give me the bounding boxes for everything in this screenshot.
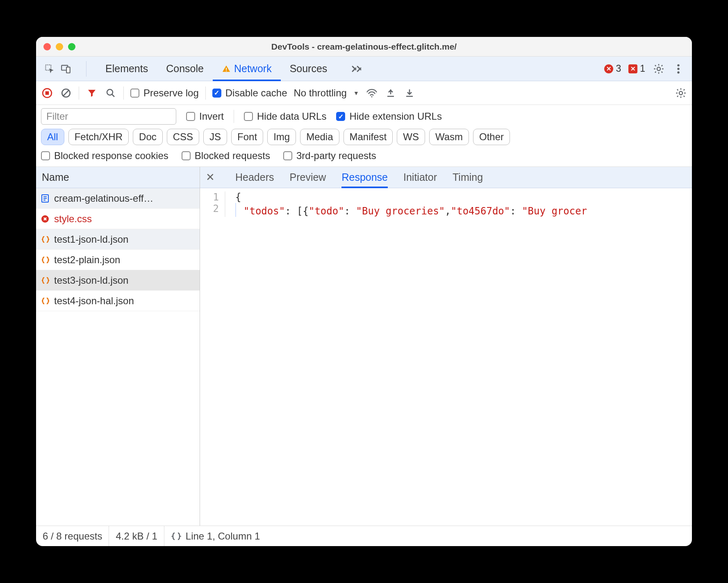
clear-button[interactable] <box>60 87 72 99</box>
detail-tab-preview[interactable]: Preview <box>290 167 326 188</box>
filter-icon[interactable] <box>86 87 98 99</box>
third-party-toggle[interactable]: 3rd-party requests <box>283 150 376 162</box>
type-filter-other[interactable]: Other <box>473 129 510 145</box>
type-filter-fetch-xhr[interactable]: Fetch/XHR <box>68 129 129 145</box>
network-conditions-icon[interactable] <box>366 87 378 99</box>
type-filter-font[interactable]: Font <box>231 129 263 145</box>
hide-data-urls-toggle[interactable]: Hide data URLs <box>244 111 326 122</box>
issues-count: 1 <box>640 63 645 74</box>
name-column-header[interactable]: Name <box>36 167 200 188</box>
svg-line-14 <box>112 94 114 97</box>
filter-input[interactable]: Filter <box>41 108 176 125</box>
filter-placeholder: Filter <box>46 111 68 122</box>
throttling-label: No throttling <box>293 87 346 99</box>
third-party-label: 3rd-party requests <box>296 150 376 162</box>
code-line: 2"todos": [{"todo": "Buy groceries","to4… <box>200 203 692 217</box>
close-detail-button[interactable]: ✕ <box>206 171 220 184</box>
pretty-print-icon[interactable] <box>171 532 182 541</box>
network-toolbar: Preserve log Disable cache No throttling… <box>36 81 692 105</box>
maximize-window-button[interactable] <box>68 43 75 50</box>
request-name: style.css <box>54 213 92 225</box>
tab-elements[interactable]: Elements <box>96 57 157 81</box>
preserve-log-toggle[interactable]: Preserve log <box>130 87 199 99</box>
status-transfer: 4.2 kB / 1 <box>109 526 164 546</box>
throttling-select[interactable]: No throttling ▼ <box>293 87 359 99</box>
svg-rect-2 <box>66 67 70 73</box>
svg-line-12 <box>63 90 69 96</box>
tab-console[interactable]: Console <box>157 57 213 81</box>
request-row[interactable]: test1-json-ld.json <box>36 229 200 250</box>
close-window-button[interactable] <box>43 43 51 50</box>
export-har-icon[interactable] <box>403 87 416 99</box>
hide-ext-urls-label: Hide extension URLs <box>349 111 441 122</box>
checkbox-icon <box>182 151 191 160</box>
checkbox-icon <box>130 89 139 98</box>
status-cursor: Line 1, Column 1 <box>164 526 266 546</box>
issue-square-icon: ✕ <box>628 64 637 73</box>
search-icon[interactable] <box>105 87 117 99</box>
more-tabs-button[interactable] <box>342 57 371 81</box>
type-filter-media[interactable]: Media <box>300 129 339 145</box>
issues-badge[interactable]: ✕ 1 <box>628 63 645 74</box>
type-filter-css[interactable]: CSS <box>167 129 199 145</box>
network-settings-icon[interactable] <box>675 87 687 99</box>
code-content: { <box>235 191 241 203</box>
svg-point-6 <box>677 64 679 66</box>
type-filter-js[interactable]: JS <box>203 129 227 145</box>
json-icon <box>41 235 50 244</box>
invert-label: Invert <box>199 111 224 122</box>
hide-data-urls-label: Hide data URLs <box>257 111 326 122</box>
blocked-requests-toggle[interactable]: Blocked requests <box>182 150 270 162</box>
inspect-element-icon[interactable] <box>43 63 56 75</box>
svg-point-7 <box>677 68 679 70</box>
request-row[interactable]: test4-json-hal.json <box>36 291 200 311</box>
warning-triangle-icon <box>222 64 231 73</box>
line-number: 1 <box>200 191 225 203</box>
checkbox-icon <box>41 151 50 160</box>
request-row[interactable]: cream-gelatinous-eff… <box>36 188 200 209</box>
type-filter-ws[interactable]: WS <box>397 129 425 145</box>
type-filter-doc[interactable]: Doc <box>133 129 163 145</box>
detail-tab-response[interactable]: Response <box>341 167 388 188</box>
record-button[interactable] <box>41 87 53 99</box>
svg-point-13 <box>107 89 113 95</box>
errors-badge[interactable]: ✕ 3 <box>604 63 621 74</box>
response-body[interactable]: 1{2"todos": [{"todo": "Buy groceries","t… <box>200 188 692 526</box>
request-list: cream-gelatinous-eff…style.csstest1-json… <box>36 188 200 526</box>
request-name: test3-json-ld.json <box>54 275 128 286</box>
tab-network[interactable]: Network <box>213 57 281 81</box>
import-har-icon[interactable] <box>384 87 397 99</box>
line-number: 2 <box>200 203 225 217</box>
request-row[interactable]: style.css <box>36 209 200 229</box>
hide-extension-urls-toggle[interactable]: Hide extension URLs <box>336 111 441 122</box>
chevron-down-icon: ▼ <box>353 90 359 96</box>
type-filter-all[interactable]: All <box>41 129 64 145</box>
checkbox-checked-icon <box>212 89 221 98</box>
svg-rect-3 <box>226 68 227 70</box>
kebab-menu-icon[interactable] <box>672 63 685 75</box>
request-row[interactable]: test3-json-ld.json <box>36 270 200 291</box>
detail-tab-headers[interactable]: Headers <box>235 167 274 188</box>
type-filter-img[interactable]: Img <box>267 129 296 145</box>
device-toggle-icon[interactable] <box>60 63 72 75</box>
minimize-window-button[interactable] <box>56 43 63 50</box>
tab-sources[interactable]: Sources <box>281 57 337 81</box>
status-requests: 6 / 8 requests <box>36 526 109 546</box>
type-filter-manifest[interactable]: Manifest <box>344 129 393 145</box>
detail-tab-timing[interactable]: Timing <box>453 167 483 188</box>
detail-pane: ✕ HeadersPreviewResponseInitiatorTiming … <box>200 167 692 526</box>
request-row[interactable]: test2-plain.json <box>36 250 200 270</box>
detail-tab-initiator[interactable]: Initiator <box>403 167 437 188</box>
svg-point-16 <box>679 91 682 94</box>
devtools-window: DevTools - cream-gelatinous-effect.glitc… <box>36 37 692 546</box>
disable-cache-toggle[interactable]: Disable cache <box>212 87 287 99</box>
svg-point-15 <box>371 96 372 97</box>
type-filter-wasm[interactable]: Wasm <box>429 129 469 145</box>
invert-toggle[interactable]: Invert <box>186 111 224 122</box>
settings-gear-icon[interactable] <box>653 63 665 75</box>
blocked-cookies-toggle[interactable]: Blocked response cookies <box>41 150 168 162</box>
request-list-pane: Name cream-gelatinous-eff…style.csstest1… <box>36 167 200 526</box>
svg-point-8 <box>677 71 679 73</box>
request-name: test2-plain.json <box>54 254 120 266</box>
json-icon <box>41 297 50 305</box>
